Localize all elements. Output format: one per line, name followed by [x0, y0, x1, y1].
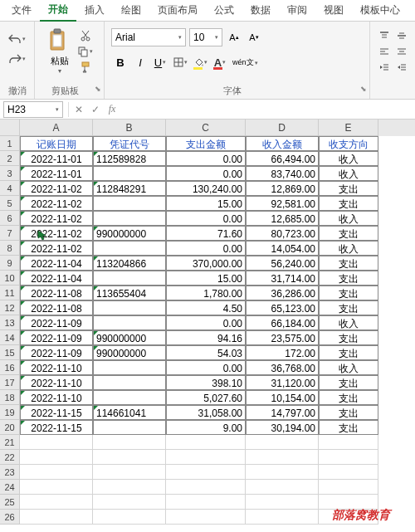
cell[interactable]: 2022-11-09: [20, 315, 93, 330]
cell[interactable]: 113204866: [93, 256, 166, 271]
cell[interactable]: 990000000: [93, 330, 166, 345]
cell[interactable]: 71.60: [166, 226, 246, 241]
cell[interactable]: 130,240.00: [166, 181, 246, 196]
menu-数据[interactable]: 数据: [242, 0, 279, 21]
menu-审阅[interactable]: 审阅: [279, 0, 315, 21]
cell[interactable]: 15.00: [166, 271, 246, 286]
cell[interactable]: [319, 450, 378, 465]
cell[interactable]: 9.00: [166, 420, 246, 435]
cell[interactable]: [20, 435, 93, 450]
cell[interactable]: [93, 480, 166, 495]
cell[interactable]: 2022-11-08: [20, 286, 93, 300]
increase-indent-button[interactable]: [393, 60, 410, 75]
cell[interactable]: 36,768.00: [246, 360, 319, 375]
row-header-4[interactable]: 4: [0, 181, 20, 196]
cell[interactable]: 支出: [319, 375, 378, 390]
cell[interactable]: [246, 480, 319, 495]
cell[interactable]: 0.00: [166, 211, 246, 226]
cell[interactable]: 0.00: [166, 315, 246, 330]
cell[interactable]: [319, 465, 378, 480]
cell[interactable]: 31,120.00: [246, 375, 319, 390]
cell[interactable]: 94.16: [166, 330, 246, 345]
cell[interactable]: [93, 390, 166, 405]
cell[interactable]: 80,723.00: [246, 226, 319, 241]
cell[interactable]: 54.03: [166, 345, 246, 360]
italic-button[interactable]: I: [131, 53, 149, 71]
cell[interactable]: 收入金额: [246, 136, 319, 151]
cell[interactable]: [20, 465, 93, 480]
align-middle-button[interactable]: [393, 28, 410, 43]
cell[interactable]: 56,240.00: [246, 256, 319, 271]
row-header-9[interactable]: 9: [0, 256, 20, 271]
cell[interactable]: 收入: [319, 166, 378, 181]
cell[interactable]: [93, 375, 166, 390]
cell[interactable]: 398.10: [166, 375, 246, 390]
cell[interactable]: 支出: [319, 196, 378, 211]
fill-color-button[interactable]: ▾: [191, 53, 209, 71]
cell[interactable]: [166, 465, 246, 480]
cut-button[interactable]: [77, 28, 94, 43]
cell[interactable]: 370,000.00: [166, 256, 246, 271]
cell[interactable]: 2022-11-10: [20, 390, 93, 405]
cell[interactable]: [93, 360, 166, 375]
font-launcher[interactable]: ⬊: [360, 85, 367, 93]
cell[interactable]: 2022-11-02: [20, 181, 93, 196]
cell[interactable]: [166, 435, 246, 450]
cell[interactable]: [93, 196, 166, 211]
cell[interactable]: [20, 510, 93, 525]
cell[interactable]: 36,286.00: [246, 286, 319, 300]
cell[interactable]: [93, 465, 166, 480]
cell[interactable]: 支出金额: [166, 136, 246, 151]
cell[interactable]: 31,058.00: [166, 405, 246, 420]
cell[interactable]: 990000000: [93, 345, 166, 360]
cell[interactable]: 23,575.00: [246, 330, 319, 345]
cell[interactable]: 2022-11-10: [20, 360, 93, 375]
cell[interactable]: 支出: [319, 390, 378, 405]
cell[interactable]: 31,714.00: [246, 271, 319, 286]
cell[interactable]: 支出: [319, 271, 378, 286]
cell[interactable]: 4.50: [166, 300, 246, 315]
cell[interactable]: [246, 465, 319, 480]
menu-公式[interactable]: 公式: [206, 0, 242, 21]
cell[interactable]: [20, 450, 93, 465]
row-header-10[interactable]: 10: [0, 271, 20, 286]
cell[interactable]: 支出: [319, 300, 378, 315]
row-header-6[interactable]: 6: [0, 211, 20, 226]
paste-dropdown[interactable]: ▾: [58, 67, 61, 75]
menu-页面布局[interactable]: 页面布局: [149, 0, 206, 21]
menu-文件[interactable]: 文件: [3, 0, 40, 21]
menu-视图[interactable]: 视图: [315, 0, 352, 21]
cell[interactable]: 2022-11-09: [20, 345, 93, 360]
cell[interactable]: [20, 480, 93, 495]
cell[interactable]: [246, 435, 319, 450]
cell[interactable]: 支出: [319, 345, 378, 360]
row-header-7[interactable]: 7: [0, 226, 20, 241]
cell[interactable]: 114661041: [93, 405, 166, 420]
col-header-B[interactable]: B: [93, 120, 166, 136]
cell[interactable]: [93, 315, 166, 330]
undo-button[interactable]: ▾: [7, 30, 27, 48]
col-header-C[interactable]: C: [166, 120, 246, 136]
format-painter-button[interactable]: [77, 60, 94, 75]
cell[interactable]: 2022-11-01: [20, 166, 93, 181]
row-header-19[interactable]: 19: [0, 405, 20, 420]
cell[interactable]: [93, 241, 166, 256]
cell[interactable]: 支出: [319, 330, 378, 345]
clipboard-launcher[interactable]: ⬊: [95, 85, 101, 93]
border-button[interactable]: ▾: [171, 53, 189, 71]
cell[interactable]: [166, 480, 246, 495]
align-left-button[interactable]: [376, 44, 393, 59]
cell[interactable]: [93, 495, 166, 510]
font-color-button[interactable]: A▾: [211, 53, 229, 71]
row-header-3[interactable]: 3: [0, 166, 20, 181]
row-header-25[interactable]: 25: [0, 495, 20, 510]
cell[interactable]: 2022-11-02: [20, 196, 93, 211]
cell[interactable]: 14,054.00: [246, 241, 319, 256]
cell[interactable]: 收入: [319, 315, 378, 330]
col-header-A[interactable]: A: [20, 120, 93, 136]
cell[interactable]: 2022-11-02: [20, 211, 93, 226]
cell[interactable]: 0.00: [166, 166, 246, 181]
cell[interactable]: 92,581.00: [246, 196, 319, 211]
row-header-12[interactable]: 12: [0, 300, 20, 315]
bold-button[interactable]: B: [111, 53, 129, 71]
